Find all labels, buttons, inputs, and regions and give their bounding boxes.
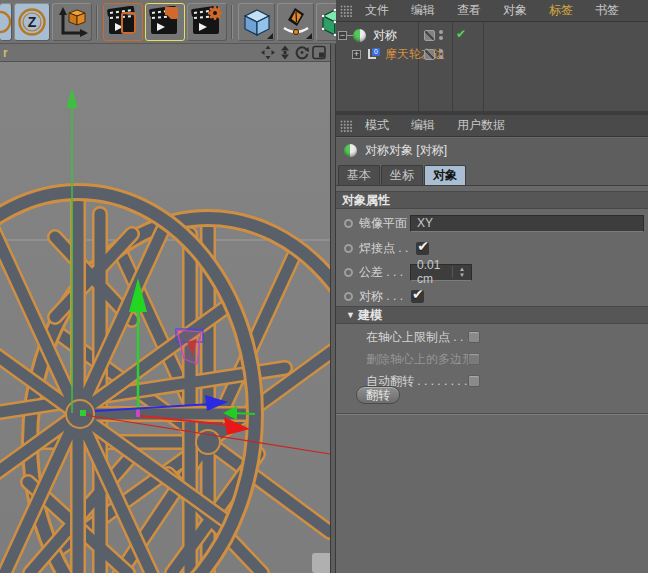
- keyframe-circle-icon[interactable]: [344, 219, 353, 228]
- object-name[interactable]: 摩天轮左边: [385, 46, 445, 63]
- om-menu-tags[interactable]: 标签: [543, 2, 579, 19]
- attribute-tabs: 基本 坐标 对象: [336, 162, 648, 186]
- cinema4d-window: Z: [0, 0, 648, 573]
- layer-swatch-icon[interactable]: [424, 49, 435, 60]
- section-object-properties[interactable]: 对象属性: [336, 191, 648, 209]
- viewport-3d[interactable]: [0, 62, 330, 573]
- delete-polygons-label: 删除轴心上的多边形: [366, 351, 474, 368]
- row-delete-polygons: 删除轴心上的多边形: [336, 348, 648, 370]
- panel-grip-icon[interactable]: [340, 5, 353, 17]
- row-symmetry: 对称 . . . ✔: [336, 285, 648, 307]
- row-tolerance: 公差 . . . 0.01 cm ▲▼: [336, 261, 648, 283]
- stepper-icon[interactable]: ▲▼: [452, 266, 465, 278]
- render-view-icon: [107, 6, 139, 38]
- coordinate-system-icon: [55, 6, 89, 38]
- delete-polygons-checkbox: [468, 353, 480, 365]
- render-picture-viewer-icon: [149, 6, 181, 38]
- viewport-rotate-icon[interactable]: [295, 45, 309, 60]
- cube-icon: [242, 7, 272, 37]
- om-menu-bookmarks[interactable]: 书签: [589, 2, 625, 19]
- enable-toggle-icon[interactable]: ✔: [456, 27, 466, 41]
- object-row-ferriswheel-left[interactable]: + 0 摩天轮左边: [336, 45, 648, 63]
- auto-flip-checkbox[interactable]: [468, 375, 480, 387]
- visibility-dots-icon[interactable]: [439, 49, 443, 59]
- svg-text:Z: Z: [28, 14, 37, 30]
- mirror-plane-dropdown[interactable]: XY: [410, 215, 644, 232]
- object-row-symmetry[interactable]: − 对称 ✔: [336, 26, 648, 44]
- viewport-canvas: [0, 62, 330, 573]
- main-toolbar: Z: [0, 0, 336, 44]
- render-settings-icon: [191, 6, 223, 38]
- viewport-titlebar: r: [0, 44, 330, 62]
- plane-handle-magenta: [177, 330, 201, 364]
- layer-swatch-icon[interactable]: [424, 30, 435, 41]
- render-settings-button[interactable]: [187, 3, 227, 41]
- attribute-manager: 模式 编辑 用户数据 对称对象 [对称] 基本 坐标 对象 对象属性 镜像平面: [336, 115, 648, 573]
- toolbar-separator: [96, 5, 99, 39]
- expand-icon[interactable]: +: [352, 50, 361, 59]
- expand-icon[interactable]: −: [338, 31, 347, 40]
- visibility-dots-icon[interactable]: [439, 30, 443, 40]
- panel-grip-icon[interactable]: [340, 120, 353, 132]
- attr-menu-mode[interactable]: 模式: [359, 117, 395, 134]
- symmetry-label: 对称 . . .: [359, 288, 403, 305]
- coordinate-system-button[interactable]: [52, 3, 92, 41]
- spline-pen-button[interactable]: [277, 3, 314, 41]
- right-panel: 文件 编辑 查看 对象 标签 书签 − 对称 ✔ +: [336, 0, 648, 573]
- om-menu-object[interactable]: 对象: [497, 2, 533, 19]
- render-picture-viewer-button[interactable]: [145, 3, 185, 41]
- object-manager-menubar: 文件 编辑 查看 对象 标签 书签: [336, 0, 648, 22]
- viewport-maximize-icon[interactable]: [312, 45, 326, 60]
- ferris-wheel-model[interactable]: [0, 192, 330, 573]
- z-axis-lock-icon: Z: [17, 7, 47, 37]
- viewport-dolly-icon[interactable]: [278, 45, 292, 60]
- tab-basic[interactable]: 基本: [338, 165, 380, 185]
- tolerance-label: 公差 . . .: [359, 264, 403, 281]
- render-view-button[interactable]: [103, 3, 143, 41]
- om-menu-file[interactable]: 文件: [359, 2, 395, 19]
- collapse-arrow-icon[interactable]: ▼: [346, 310, 355, 320]
- symmetry-object-icon: [344, 144, 357, 157]
- tab-object[interactable]: 对象: [424, 165, 466, 185]
- flip-button[interactable]: 翻转: [356, 386, 400, 404]
- polygon-object-icon: 0: [366, 48, 380, 61]
- tab-coordinates[interactable]: 坐标: [381, 165, 423, 185]
- mirror-plane-label: 镜像平面: [359, 215, 407, 232]
- viewport-pan-icon[interactable]: [261, 45, 275, 60]
- attribute-title: 对称对象 [对称]: [365, 142, 447, 159]
- limit-label: 在轴心上限制点 . . .: [366, 329, 470, 346]
- weld-checkbox[interactable]: ✔: [416, 242, 429, 255]
- attribute-menubar: 模式 编辑 用户数据: [336, 115, 648, 137]
- axis-lock-z-button[interactable]: Z: [14, 3, 50, 41]
- primitive-cube-button[interactable]: [238, 3, 275, 41]
- symmetry-checkbox[interactable]: ✔: [411, 290, 424, 303]
- symmetry-object-icon: [353, 29, 366, 42]
- viewport-menu-fragment[interactable]: r: [3, 46, 8, 60]
- origin-point: [80, 410, 86, 416]
- pen-icon: [281, 7, 311, 37]
- keyframe-circle-icon[interactable]: [344, 244, 353, 253]
- section-modeling[interactable]: ▼ 建模: [336, 306, 648, 324]
- axis-lock-partial-icon[interactable]: [0, 3, 12, 41]
- attribute-title-row: 对称对象 [对称]: [336, 138, 648, 162]
- keyframe-circle-icon[interactable]: [344, 292, 353, 301]
- limit-checkbox[interactable]: [468, 331, 480, 343]
- viewport-corner-widget[interactable]: [312, 553, 330, 573]
- row-mirror-plane: 镜像平面 XY: [336, 212, 648, 234]
- om-menu-view[interactable]: 查看: [451, 2, 487, 19]
- row-weld-points: 焊接点 . . ✔: [336, 237, 648, 259]
- attr-menu-userdata[interactable]: 用户数据: [451, 117, 511, 134]
- toolbar-separator: [231, 5, 234, 39]
- keyframe-circle-icon[interactable]: [344, 268, 353, 277]
- object-name[interactable]: 对称: [373, 27, 397, 44]
- object-manager[interactable]: − 对称 ✔ + 0 摩天轮左边: [336, 22, 648, 111]
- row-limit-points: 在轴心上限制点 . . .: [336, 326, 648, 348]
- weld-label: 焊接点 . .: [359, 240, 408, 257]
- attribute-divider: [336, 413, 648, 415]
- attr-menu-edit[interactable]: 编辑: [405, 117, 441, 134]
- om-menu-edit[interactable]: 编辑: [405, 2, 441, 19]
- tolerance-input[interactable]: 0.01 cm ▲▼: [410, 264, 472, 281]
